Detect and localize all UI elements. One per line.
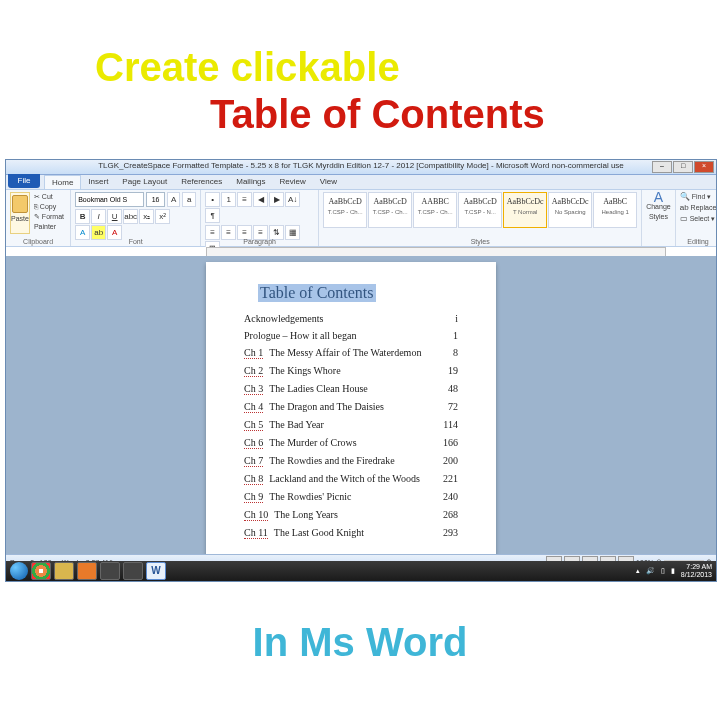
- cut-button[interactable]: ✂ Cut: [32, 192, 66, 202]
- style-item-4[interactable]: AaBbCcDcT Normal: [503, 192, 547, 228]
- toc-entry[interactable]: Ch 8Lackland and the Witch of the Woods2…: [244, 470, 458, 488]
- toc-entry[interactable]: Ch 3The Ladies Clean House48: [244, 380, 458, 398]
- taskbar-app-icon[interactable]: [100, 562, 120, 580]
- document-page[interactable]: Table of Contents AcknowledgementsiProlo…: [206, 262, 496, 555]
- taskbar-media-icon[interactable]: [77, 562, 97, 580]
- grow-font-button[interactable]: A: [167, 192, 181, 207]
- paste-button[interactable]: Paste: [10, 192, 30, 234]
- strikethrough-button[interactable]: abc: [123, 209, 138, 224]
- window-controls: – □ ×: [652, 161, 714, 173]
- styles-group-label: Styles: [319, 238, 641, 245]
- bullets-button[interactable]: •: [205, 192, 220, 207]
- ribbon-group-clipboard: Paste ✂ Cut ⎘ Copy ✎ Format Painter Clip…: [6, 190, 71, 246]
- style-item-2[interactable]: AABBCT.CSP - Ch...: [413, 192, 457, 228]
- font-name-selector[interactable]: Bookman Old S: [75, 192, 144, 207]
- sort-button[interactable]: A↓: [285, 192, 300, 207]
- tray-chevron-icon[interactable]: ▴: [636, 567, 640, 575]
- toc-entry-page: 8: [453, 347, 458, 359]
- toc-heading[interactable]: Table of Contents: [258, 284, 376, 302]
- format-painter-button[interactable]: ✎ Format Painter: [32, 212, 66, 232]
- toc-chapter-number: Ch 9: [244, 491, 263, 503]
- decrease-indent-button[interactable]: ◀: [253, 192, 268, 207]
- font-size-selector[interactable]: 16: [146, 192, 164, 207]
- toc-entry[interactable]: Ch 11The Last Good Knight293: [244, 524, 458, 542]
- toc-entry[interactable]: Acknowledgementsi: [244, 310, 458, 327]
- change-styles-icon: A: [646, 192, 671, 202]
- toc-chapter-number: Ch 6: [244, 437, 263, 449]
- toc-entry-page: 200: [443, 455, 458, 467]
- toc-entry[interactable]: Ch 9The Rowdies' Picnic240: [244, 488, 458, 506]
- superscript-button[interactable]: x²: [155, 209, 170, 224]
- tray-battery-icon[interactable]: ▯: [661, 567, 665, 575]
- toc-entry[interactable]: Ch 1The Messy Affair of The Waterdemon8: [244, 344, 458, 362]
- tutorial-caption-line1: Create clickable: [95, 45, 400, 90]
- taskbar: W ▴ 🔊 ▯ ▮ 7:29 AM 8/12/2013: [6, 561, 716, 581]
- find-icon: 🔍: [680, 192, 690, 202]
- shrink-font-button[interactable]: a: [182, 192, 196, 207]
- bold-button[interactable]: B: [75, 209, 90, 224]
- toc-entry-title: The Rowdies and the Firedrake: [269, 455, 395, 467]
- paste-icon: [12, 195, 28, 213]
- style-item-6[interactable]: AaBbCHeading 1: [593, 192, 637, 228]
- taskbar-chrome-icon[interactable]: [31, 562, 51, 580]
- toc-chapter-number: Ch 11: [244, 527, 268, 539]
- italic-button[interactable]: I: [91, 209, 106, 224]
- tab-home[interactable]: Home: [44, 175, 81, 189]
- start-button[interactable]: [10, 562, 28, 580]
- ribbon-tabs: Home Insert Page Layout References Maili…: [6, 175, 716, 190]
- multilevel-button[interactable]: ≡: [237, 192, 252, 207]
- toc-entry-page: 72: [448, 401, 458, 413]
- style-item-1[interactable]: AaBbCcDT.CSP - Ch...: [368, 192, 412, 228]
- change-styles-button[interactable]: A Change Styles: [646, 192, 671, 222]
- file-tab[interactable]: File: [8, 174, 40, 188]
- document-area[interactable]: Table of Contents AcknowledgementsiProlo…: [6, 256, 716, 555]
- style-item-3[interactable]: AaBbCcDT.CSP - N...: [458, 192, 502, 228]
- taskbar-word-icon[interactable]: W: [146, 562, 166, 580]
- copy-button[interactable]: ⎘ Copy: [32, 202, 66, 212]
- close-button[interactable]: ×: [694, 161, 714, 173]
- toc-entry[interactable]: Ch 6The Murder of Crows166: [244, 434, 458, 452]
- tab-review[interactable]: Review: [273, 175, 313, 189]
- ribbon-group-paragraph: • 1 ≡ ◀ ▶ A↓ ¶ ≡ ≡ ≡ ≡ ⇅ ▦ ⊞ Paragraph: [201, 190, 319, 246]
- increase-indent-button[interactable]: ▶: [269, 192, 284, 207]
- maximize-button[interactable]: □: [673, 161, 693, 173]
- show-marks-button[interactable]: ¶: [205, 208, 220, 223]
- underline-button[interactable]: U: [107, 209, 122, 224]
- numbering-button[interactable]: 1: [221, 192, 236, 207]
- tray-clock[interactable]: 7:29 AM 8/12/2013: [681, 563, 712, 579]
- replace-button[interactable]: abReplace: [680, 203, 717, 213]
- subscript-button[interactable]: x₂: [139, 209, 154, 224]
- select-button[interactable]: ▭Select ▾: [680, 214, 717, 224]
- toc-entry-page: 1: [453, 330, 458, 341]
- toc-entry[interactable]: Ch 10The Long Years268: [244, 506, 458, 524]
- toc-entry[interactable]: Ch 4The Dragon and The Daisies72: [244, 398, 458, 416]
- toc-entry[interactable]: Prologue – How it all began1: [244, 327, 458, 344]
- taskbar-explorer-icon[interactable]: [54, 562, 74, 580]
- toc-entry[interactable]: Ch 2The Kings Whore19: [244, 362, 458, 380]
- toc-chapter-number: Ch 4: [244, 401, 263, 413]
- toc-entry[interactable]: Ch 7The Rowdies and the Firedrake200: [244, 452, 458, 470]
- taskbar-app2-icon[interactable]: [123, 562, 143, 580]
- tab-view[interactable]: View: [313, 175, 344, 189]
- style-item-0[interactable]: AaBbCcDT.CSP - Ch...: [323, 192, 367, 228]
- toc-entry-title: The Dragon and The Daisies: [269, 401, 384, 413]
- tab-insert[interactable]: Insert: [81, 175, 115, 189]
- style-item-5[interactable]: AaBbCcDcNo Spacing: [548, 192, 592, 228]
- toc-chapter-number: Ch 3: [244, 383, 263, 395]
- tab-page-layout[interactable]: Page Layout: [115, 175, 174, 189]
- toc-entry-title: Acknowledgements: [244, 313, 323, 324]
- toc-entry[interactable]: Ch 5The Bad Year114: [244, 416, 458, 434]
- toc-chapter-number: Ch 8: [244, 473, 263, 485]
- minimize-button[interactable]: –: [652, 161, 672, 173]
- toc-entry-page: i: [455, 313, 458, 324]
- tray-network-icon[interactable]: ▮: [671, 567, 675, 575]
- system-tray: ▴ 🔊 ▯ ▮ 7:29 AM 8/12/2013: [636, 563, 712, 579]
- tray-volume-icon[interactable]: 🔊: [646, 567, 655, 575]
- styles-gallery[interactable]: AaBbCcDT.CSP - Ch...AaBbCcDT.CSP - Ch...…: [323, 192, 637, 230]
- tab-references[interactable]: References: [174, 175, 229, 189]
- tab-mailings[interactable]: Mailings: [229, 175, 272, 189]
- toc-chapter-number: Ch 1: [244, 347, 263, 359]
- toc-entry-page: 19: [448, 365, 458, 377]
- toc-chapter-number: Ch 2: [244, 365, 263, 377]
- find-button[interactable]: 🔍Find ▾: [680, 192, 717, 202]
